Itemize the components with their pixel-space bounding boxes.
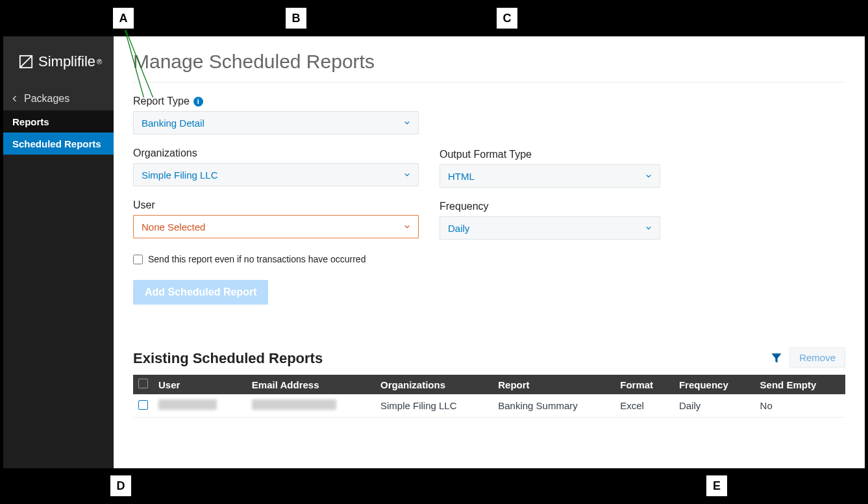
sidebar: Simplifile® Packages Reports Scheduled R… xyxy=(3,36,114,468)
col-send-empty[interactable]: Send Empty xyxy=(755,375,845,394)
content: Manage Scheduled Reports Report Type i B… xyxy=(114,36,865,468)
field-label: Organizations xyxy=(133,147,419,159)
info-icon[interactable]: i xyxy=(193,97,203,107)
col-email[interactable]: Email Address xyxy=(247,375,375,394)
brand: Simplifile® xyxy=(3,36,114,87)
select-value: Banking Detail xyxy=(142,118,205,129)
sidebar-item-scheduled-reports[interactable]: Scheduled Reports xyxy=(3,132,114,155)
callout-marker-e: E xyxy=(705,474,728,498)
brand-logo-icon xyxy=(19,55,33,69)
field-label: User xyxy=(133,199,419,211)
field-report-type: Report Type i Banking Detail xyxy=(133,95,419,134)
sidebar-item-reports[interactable]: Reports xyxy=(3,110,114,132)
field-label: Frequency xyxy=(440,201,673,212)
field-label: Output Format Type xyxy=(440,149,673,160)
select-frequency[interactable]: Daily xyxy=(440,216,660,240)
field-frequency: Frequency Daily xyxy=(440,201,673,240)
header-check-all[interactable] xyxy=(133,375,153,394)
cell-user xyxy=(153,394,247,418)
callout-marker-b: B xyxy=(284,6,308,30)
content-wrap: Manage Scheduled Reports Report Type i B… xyxy=(114,36,865,468)
select-user[interactable]: None Selected xyxy=(133,215,419,238)
sidebar-item-label: Reports xyxy=(12,116,49,127)
chevron-down-icon xyxy=(645,225,652,231)
table-row[interactable]: Simple Filing LLC Banking Summary Excel … xyxy=(133,394,845,418)
callout-marker-d: D xyxy=(109,474,132,498)
table-controls: Remove xyxy=(770,347,845,368)
cell-format: Excel xyxy=(615,394,674,418)
field-user: User None Selected xyxy=(133,199,419,238)
cell-send-empty: No xyxy=(755,394,845,418)
nav-back-packages[interactable]: Packages xyxy=(3,87,114,110)
field-organizations: Organizations Simple Filing LLC xyxy=(133,147,419,186)
callout-marker-a: A xyxy=(112,6,135,30)
remove-button[interactable]: Remove xyxy=(789,347,845,368)
chevron-left-icon xyxy=(11,95,19,103)
brand-name: Simplifile xyxy=(38,53,95,70)
field-label: Report Type i xyxy=(133,95,419,107)
form-grid: Report Type i Banking Detail Organizatio… xyxy=(133,95,845,240)
checkbox-label: Send this report even if no transactions… xyxy=(148,254,366,264)
cell-organizations: Simple Filing LLC xyxy=(375,394,493,418)
form-col-left: Report Type i Banking Detail Organizatio… xyxy=(133,95,419,240)
col-format[interactable]: Format xyxy=(615,375,674,394)
select-value: None Selected xyxy=(142,221,205,233)
select-output-format[interactable]: HTML xyxy=(440,164,660,188)
select-value: HTML xyxy=(448,171,475,182)
col-report[interactable]: Report xyxy=(493,375,615,394)
field-output-format: Output Format Type HTML xyxy=(440,149,673,188)
col-frequency[interactable]: Frequency xyxy=(674,375,755,394)
sidebar-item-label: Scheduled Reports xyxy=(12,138,101,149)
select-value: Daily xyxy=(448,223,469,234)
chevron-down-icon xyxy=(645,173,652,179)
existing-title: Existing Scheduled Reports xyxy=(133,350,845,367)
chevron-down-icon xyxy=(404,223,410,230)
row-checkbox[interactable] xyxy=(138,400,148,410)
filter-icon[interactable] xyxy=(770,351,783,364)
nav-back-label: Packages xyxy=(24,93,69,105)
chevron-down-icon xyxy=(404,120,410,126)
select-report-type[interactable]: Banking Detail xyxy=(133,111,419,134)
cell-frequency: Daily xyxy=(674,394,755,418)
col-user[interactable]: User xyxy=(153,375,247,394)
cell-report: Banking Summary xyxy=(493,394,615,418)
divider xyxy=(133,82,845,82)
chevron-down-icon xyxy=(404,171,410,178)
page-title: Manage Scheduled Reports xyxy=(133,51,845,73)
existing-table: User Email Address Organizations Report … xyxy=(133,375,845,418)
send-empty-checkbox[interactable] xyxy=(133,255,143,264)
cell-email xyxy=(247,394,375,418)
col-organizations[interactable]: Organizations xyxy=(375,375,493,394)
brand-reg-mark: ® xyxy=(97,58,102,66)
form-col-right: Output Format Type HTML Frequency Daily xyxy=(440,95,673,240)
add-scheduled-report-button[interactable]: Add Scheduled Report xyxy=(133,280,268,305)
send-empty-row[interactable]: Send this report even if no transactions… xyxy=(133,254,845,264)
select-organizations[interactable]: Simple Filing LLC xyxy=(133,163,419,186)
app-frame: Simplifile® Packages Reports Scheduled R… xyxy=(3,36,865,468)
spacer xyxy=(440,95,673,136)
table-header-row: User Email Address Organizations Report … xyxy=(133,375,845,394)
callout-marker-c: C xyxy=(495,6,519,30)
checkbox-icon xyxy=(138,379,148,388)
select-value: Simple Filing LLC xyxy=(142,170,218,181)
